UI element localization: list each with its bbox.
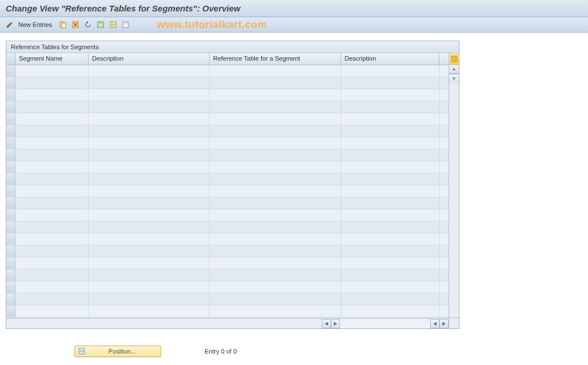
new-entries-button[interactable]: New Entries <box>18 21 52 28</box>
cell[interactable] <box>15 281 89 293</box>
column-header-segment-name[interactable]: Segment Name <box>15 53 89 65</box>
hscroll-track[interactable] <box>341 319 430 328</box>
cell[interactable] <box>210 149 341 161</box>
cell[interactable] <box>15 77 89 89</box>
cell[interactable] <box>89 257 210 269</box>
vscroll-down-icon[interactable]: ▼ <box>449 74 459 83</box>
hscroll-left-end-icon[interactable]: ◀ <box>430 319 439 328</box>
cell[interactable] <box>15 113 89 125</box>
row-selector[interactable] <box>6 173 15 185</box>
row-selector[interactable] <box>6 113 15 125</box>
cell[interactable] <box>89 293 210 306</box>
position-button[interactable]: Position... <box>74 346 161 357</box>
table-settings-icon[interactable] <box>449 53 459 65</box>
cell[interactable] <box>210 185 341 197</box>
column-header-description-1[interactable]: Description <box>89 53 210 65</box>
cell[interactable] <box>89 173 210 185</box>
cell[interactable] <box>341 257 439 269</box>
row-selector[interactable] <box>6 257 15 269</box>
cell[interactable] <box>341 65 439 77</box>
cell[interactable] <box>210 197 341 209</box>
hscroll-right-icon[interactable]: ▶ <box>331 319 340 328</box>
row-selector[interactable] <box>6 281 15 293</box>
cell[interactable] <box>341 149 439 161</box>
cell[interactable] <box>15 89 89 101</box>
cell[interactable] <box>15 161 89 173</box>
row-selector[interactable] <box>6 77 15 89</box>
cell[interactable] <box>15 185 89 197</box>
cell[interactable] <box>15 137 89 149</box>
cell[interactable] <box>89 101 210 113</box>
cell[interactable] <box>341 281 439 293</box>
deselect-all-icon[interactable] <box>121 19 131 30</box>
cell[interactable] <box>89 89 210 101</box>
delete-icon[interactable] <box>70 19 81 30</box>
hscroll-right-end-icon[interactable]: ▶ <box>439 319 449 328</box>
cell[interactable] <box>15 233 89 245</box>
toggle-display-change-icon[interactable] <box>5 19 15 30</box>
cell[interactable] <box>15 257 89 269</box>
cell[interactable] <box>89 77 210 89</box>
cell[interactable] <box>341 209 439 221</box>
cell[interactable] <box>89 125 210 137</box>
cell[interactable] <box>341 185 439 197</box>
cell[interactable] <box>210 89 341 101</box>
cell[interactable] <box>15 125 89 137</box>
select-all-icon[interactable] <box>95 19 106 30</box>
row-selector[interactable] <box>6 101 15 113</box>
row-selector[interactable] <box>6 65 15 77</box>
vscroll-up-icon[interactable]: ▲ <box>449 65 459 74</box>
cell[interactable] <box>210 221 341 233</box>
cell[interactable] <box>15 197 89 209</box>
row-selector[interactable] <box>6 269 15 281</box>
cell[interactable] <box>89 161 210 173</box>
cell[interactable] <box>341 137 439 149</box>
cell[interactable] <box>210 257 341 269</box>
cell[interactable] <box>210 65 341 77</box>
cell[interactable] <box>89 149 210 161</box>
cell[interactable] <box>341 161 439 173</box>
row-selector-header[interactable] <box>6 53 15 65</box>
cell[interactable] <box>89 281 210 293</box>
row-selector[interactable] <box>6 125 15 137</box>
cell[interactable] <box>89 185 210 197</box>
cell[interactable] <box>341 221 439 233</box>
row-selector[interactable] <box>6 137 15 149</box>
cell[interactable] <box>210 245 341 257</box>
row-selector[interactable] <box>6 233 15 245</box>
cell[interactable] <box>210 125 341 137</box>
cell[interactable] <box>210 209 341 221</box>
cell[interactable] <box>15 149 89 161</box>
cell[interactable] <box>89 221 210 233</box>
cell[interactable] <box>341 101 439 113</box>
row-selector[interactable] <box>6 306 15 317</box>
cell[interactable] <box>341 306 439 318</box>
copy-icon[interactable] <box>58 19 68 30</box>
cell[interactable] <box>210 281 341 293</box>
column-header-description-2[interactable]: Description <box>341 53 439 65</box>
cell[interactable] <box>15 173 89 185</box>
row-selector[interactable] <box>6 161 15 173</box>
cell[interactable] <box>15 269 89 281</box>
cell[interactable] <box>341 113 439 125</box>
cell[interactable] <box>89 65 210 77</box>
cell[interactable] <box>341 293 439 306</box>
row-selector[interactable] <box>6 293 15 305</box>
cell[interactable] <box>210 137 341 149</box>
cell[interactable] <box>89 245 210 257</box>
cell[interactable] <box>89 197 210 209</box>
cell[interactable] <box>210 77 341 89</box>
cell[interactable] <box>15 209 89 221</box>
cell[interactable] <box>89 269 210 281</box>
cell[interactable] <box>210 269 341 281</box>
column-header-reference-table[interactable]: Reference Table for a Segment <box>210 53 341 65</box>
cell[interactable] <box>341 125 439 137</box>
cell[interactable] <box>89 306 210 318</box>
undo-icon[interactable] <box>83 19 93 30</box>
cell[interactable] <box>89 209 210 221</box>
cell[interactable] <box>341 77 439 89</box>
row-selector[interactable] <box>6 245 15 257</box>
cell[interactable] <box>341 233 439 245</box>
cell[interactable] <box>210 173 341 185</box>
cell[interactable] <box>341 197 439 209</box>
